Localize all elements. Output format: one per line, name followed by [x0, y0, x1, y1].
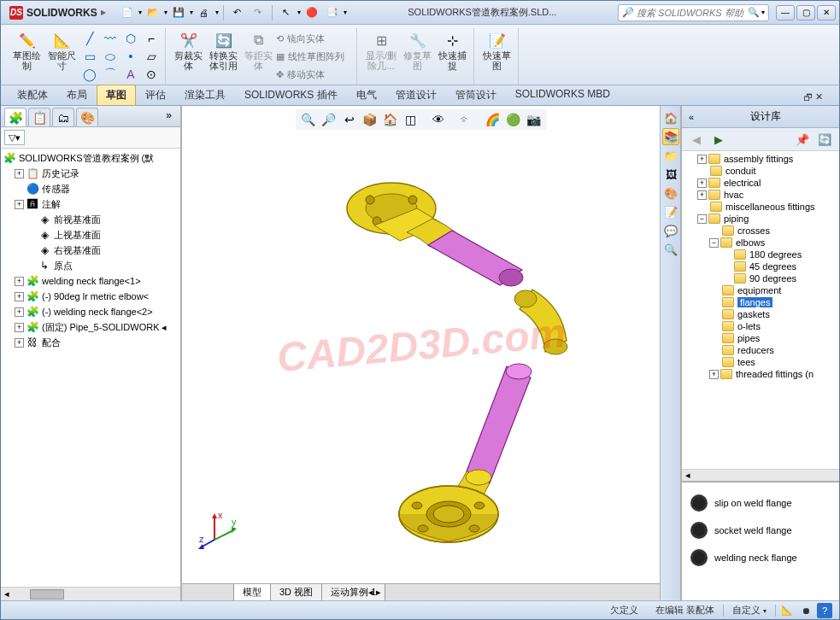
offset-button[interactable]: ⧉等距实 体	[241, 30, 276, 83]
polygon-tool[interactable]: ⬡	[120, 30, 141, 47]
library-folder[interactable]: conduit	[682, 165, 839, 177]
custom-props-tab-icon[interactable]: 📝	[662, 203, 679, 220]
smart-dimension-button[interactable]: 📐智能尺 寸	[44, 30, 79, 83]
mdi-close-icon[interactable]: ✕	[815, 91, 823, 102]
command-tab[interactable]: 装配体	[8, 85, 57, 105]
zoom-area-icon[interactable]: 🔎	[320, 111, 338, 128]
expand-icon[interactable]: +	[15, 292, 24, 301]
command-tab[interactable]: 草图	[97, 85, 136, 105]
property-manager-tab[interactable]: 📋	[28, 108, 50, 126]
design-library-tab-icon[interactable]: 📚	[662, 128, 679, 145]
arc-tool[interactable]: ⌒	[100, 66, 120, 83]
options-button[interactable]: 📑	[323, 3, 342, 22]
display-delete-button[interactable]: ⊞显示/删 除几...	[362, 30, 400, 83]
library-part-item[interactable]: welding neck flange	[689, 544, 832, 571]
command-tab[interactable]: SOLIDWORKS 插件	[235, 85, 347, 105]
library-folder[interactable]: +threaded fittings (n	[682, 368, 839, 380]
line-tool[interactable]: ╱	[79, 30, 100, 47]
tree-item[interactable]: ↳原点	[1, 258, 180, 273]
library-folder[interactable]: o-lets	[682, 320, 839, 332]
library-folder[interactable]: +electrical	[682, 177, 839, 189]
graphics-viewport[interactable]: 🔍 🔎 ↩ 📦 🏠 ◫ 👁 ᯤ 🌈 🟢 📷	[182, 106, 660, 600]
expand-icon[interactable]: +	[15, 323, 24, 332]
configuration-tab[interactable]: 🗂	[52, 108, 74, 126]
status-custom[interactable]: 自定义 ▾	[724, 604, 775, 617]
section-view-icon[interactable]: 📦	[361, 111, 379, 128]
tree-item[interactable]: ◈前视基准面	[1, 212, 180, 227]
new-file-button[interactable]: 📄	[118, 3, 137, 22]
home-tab-icon[interactable]: 🏠	[662, 109, 679, 126]
orientation-triad[interactable]: x y z	[197, 510, 240, 553]
status-unit-icon[interactable]: 📐	[779, 603, 795, 618]
library-preview-pane[interactable]: slip on weld flangesocket weld flangewel…	[682, 481, 839, 600]
expand-icon[interactable]: −	[709, 238, 719, 248]
render-icon[interactable]: 📷	[525, 111, 543, 128]
apply-scene-icon[interactable]: 🌈	[484, 111, 502, 128]
plane-tool[interactable]: ▱	[141, 48, 162, 65]
print-button[interactable]: 🖨	[195, 3, 214, 22]
library-folder[interactable]: 180 degrees	[682, 249, 839, 260]
nav-forward-icon[interactable]: ▶	[709, 131, 728, 148]
quick-snap-button[interactable]: ⊹快速捕 捉	[435, 30, 470, 83]
feature-tree-tab[interactable]: 🧩	[4, 108, 26, 126]
expand-icon[interactable]: +	[697, 155, 707, 164]
save-button[interactable]: 💾	[169, 3, 188, 22]
model-canvas[interactable]: CAD2D3D.com x y z	[182, 106, 660, 583]
status-help-icon[interactable]: ?	[817, 603, 832, 618]
library-folder[interactable]: +assembly fittings	[682, 153, 839, 165]
library-folder[interactable]: miscellaneous fittings	[682, 201, 839, 213]
quick-sketch-button[interactable]: 📝快速草 图	[479, 30, 514, 83]
misc-tool[interactable]: ⊙	[141, 66, 162, 83]
library-folder[interactable]: 45 degrees	[682, 260, 839, 272]
search-input[interactable]	[637, 8, 748, 18]
expand-icon[interactable]: +	[15, 169, 24, 178]
point-tool[interactable]: •	[120, 48, 141, 65]
trim-button[interactable]: ✂️剪裁实 体	[171, 30, 206, 83]
rect-tool[interactable]: ▭	[79, 48, 100, 65]
tree-item[interactable]: +📋历史记录	[1, 166, 180, 181]
command-tab[interactable]: 管筒设计	[446, 85, 506, 105]
tree-item[interactable]: +⛓配合	[1, 335, 180, 350]
expand-icon[interactable]: +	[15, 277, 24, 286]
filter-button[interactable]: ▽▾	[4, 130, 25, 145]
mirror-button[interactable]: ⟲镜向实体	[276, 30, 353, 47]
repair-sketch-button[interactable]: 🔧修复草 图	[400, 30, 435, 83]
feature-tree[interactable]: 🧩 SOLIDWORKS管道教程案例 (默 +📋历史记录🔵传感器+🅰注解◈前视基…	[1, 149, 180, 587]
panel-expand-icon[interactable]: »	[161, 108, 177, 126]
file-explorer-tab-icon[interactable]: 📁	[662, 147, 679, 164]
command-tab[interactable]: 评估	[136, 85, 175, 105]
forum-tab-icon[interactable]: 💬	[662, 222, 679, 239]
tree-item[interactable]: +🧩(-) 90deg lr metric elbow<	[1, 289, 180, 304]
expand-icon[interactable]: +	[15, 200, 24, 209]
view-palette-tab-icon[interactable]: 🖼	[662, 166, 679, 183]
library-folder[interactable]: −piping	[682, 213, 839, 225]
tree-item[interactable]: ◈右视基准面	[1, 243, 180, 258]
library-folder[interactable]: 90 degrees	[682, 272, 839, 284]
expand-icon[interactable]: +	[15, 338, 24, 348]
add-location-icon[interactable]: 📌	[793, 131, 812, 148]
tree-item[interactable]: +🧩welding neck flange<1>	[1, 273, 180, 289]
library-folder[interactable]: +hvac	[682, 189, 839, 201]
refresh-icon[interactable]: 🔄	[815, 131, 834, 148]
select-button[interactable]: ↖	[277, 3, 296, 22]
hide-show-icon[interactable]: 👁	[429, 111, 448, 128]
logo-dropdown-icon[interactable]: ▶	[101, 9, 106, 16]
nav-back-icon[interactable]: ◀	[687, 131, 706, 148]
tree-item[interactable]: 🔵传感器	[1, 181, 180, 196]
command-tab[interactable]: SOLIDWORKS MBD	[506, 85, 620, 105]
library-folder[interactable]: flanges	[682, 296, 839, 308]
view-settings-icon[interactable]: 🟢	[504, 111, 523, 128]
mdi-restore-icon[interactable]: 🗗	[803, 92, 813, 102]
sketch-button[interactable]: ✏️草图绘 制	[9, 30, 44, 83]
convert-entities-button[interactable]: 🔄转换实 体引用	[206, 30, 241, 83]
motion-tab[interactable]: 3D 视图	[270, 584, 322, 601]
help-search[interactable]: 🔎 🔍 ▾	[618, 4, 769, 21]
expand-icon[interactable]: +	[709, 370, 719, 379]
maximize-button[interactable]: ▢	[796, 5, 815, 20]
tree-item[interactable]: +🅰注解	[1, 196, 180, 212]
view-orientation-icon[interactable]: 🏠	[381, 111, 400, 128]
search-go-icon[interactable]: 🔍	[748, 7, 760, 18]
expand-icon[interactable]: +	[697, 190, 707, 200]
display-manager-tab[interactable]: 🎨	[76, 108, 98, 126]
move-button[interactable]: ✥移动实体	[276, 66, 353, 83]
